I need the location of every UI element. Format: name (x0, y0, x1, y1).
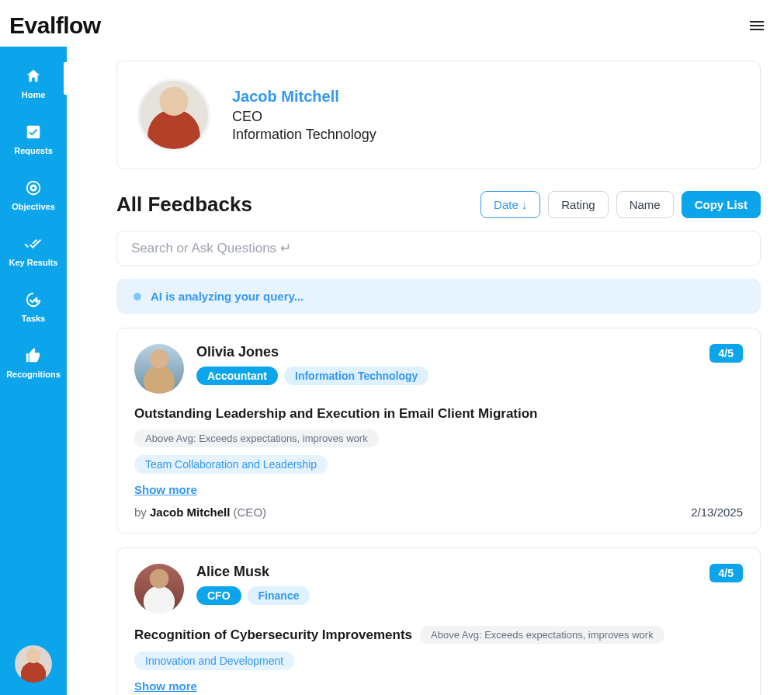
sidebar-item-requests[interactable]: Requests (0, 123, 67, 155)
profile-name[interactable]: Jacob Mitchell (232, 88, 376, 106)
task-add-icon (24, 290, 43, 309)
feedback-title: Outstanding Leadership and Execution in … (134, 406, 538, 422)
search-input[interactable] (116, 231, 761, 266)
sort-name-button[interactable]: Name (616, 191, 674, 218)
feedback-card: 4/5 Olivia Jones Accountant Information … (116, 328, 761, 533)
sidebar-item-recognitions[interactable]: Recognitions (0, 346, 67, 379)
feedback-title: Recognition of Cybersecurity Improvement… (134, 627, 412, 643)
profile-department: Information Technology (232, 127, 376, 143)
sidebar-item-label: Requests (14, 146, 53, 155)
app-logo: Evalflow (9, 12, 101, 39)
rating-badge: 4/5 (709, 344, 743, 363)
sidebar-item-label: Key Results (9, 258, 58, 267)
sidebar-item-key-results[interactable]: Key Results (0, 235, 67, 267)
feedback-avatar (134, 344, 184, 394)
page-title: All Feedbacks (116, 193, 252, 217)
copy-list-button[interactable]: Copy List (682, 191, 761, 218)
sort-rating-button[interactable]: Rating (548, 191, 608, 218)
profile-avatar (137, 78, 210, 151)
show-more-link[interactable]: Show more (134, 483, 197, 496)
feedback-author: by Jacob Mitchell (CEO) (134, 506, 266, 519)
role-tag: CFO (196, 586, 241, 605)
topic-tag: Innovation and Development (134, 652, 294, 670)
pulse-icon (134, 293, 141, 301)
arrow-down-icon: ↓ (522, 198, 528, 211)
thumbs-up-icon (24, 346, 43, 365)
sort-date-label: Date (494, 198, 519, 211)
profile-card: Jacob Mitchell CEO Information Technolog… (116, 61, 761, 169)
ai-status-text: AI is analyzing your query... (151, 290, 304, 303)
user-avatar[interactable] (15, 645, 52, 683)
rating-badge: 4/5 (709, 564, 743, 582)
sidebar-item-label: Tasks (22, 314, 45, 323)
ai-status-banner: AI is analyzing your query... (116, 279, 761, 314)
department-tag: Information Technology (284, 367, 428, 385)
menu-icon[interactable] (745, 16, 768, 35)
feedback-person-name[interactable]: Alice Musk (196, 564, 310, 580)
sidebar-item-label: Home (22, 90, 46, 99)
feedback-card: 4/5 Alice Musk CFO Finance Recognition o… (116, 547, 761, 695)
sidebar-item-home[interactable]: Home (0, 67, 67, 99)
sidebar-item-tasks[interactable]: Tasks (0, 290, 67, 323)
sidebar-item-objectives[interactable]: Objectives (0, 179, 67, 211)
target-icon (24, 179, 43, 197)
checkbox-icon (24, 123, 43, 141)
role-tag: Accountant (196, 367, 278, 385)
feedback-avatar (134, 564, 184, 613)
sidebar-item-label: Recognitions (6, 370, 61, 379)
home-icon (24, 67, 43, 85)
show-more-link[interactable]: Show more (134, 679, 197, 693)
feedback-date: 2/13/2025 (691, 506, 743, 519)
profile-role: CEO (232, 109, 376, 125)
double-check-icon (24, 235, 43, 253)
department-tag: Finance (248, 586, 310, 605)
summary-tag: Above Avg: Exceeds expectations, improve… (134, 429, 379, 447)
feedback-person-name[interactable]: Olivia Jones (196, 344, 428, 360)
sidebar: Home Requests Objectives Key Results Tas (0, 47, 67, 695)
topic-tag: Team Collaboration and Leadership (134, 455, 328, 474)
summary-tag: Above Avg: Exceeds expectations, improve… (420, 626, 664, 644)
sidebar-item-label: Objectives (12, 202, 55, 211)
sort-date-button[interactable]: Date ↓ (480, 191, 540, 218)
